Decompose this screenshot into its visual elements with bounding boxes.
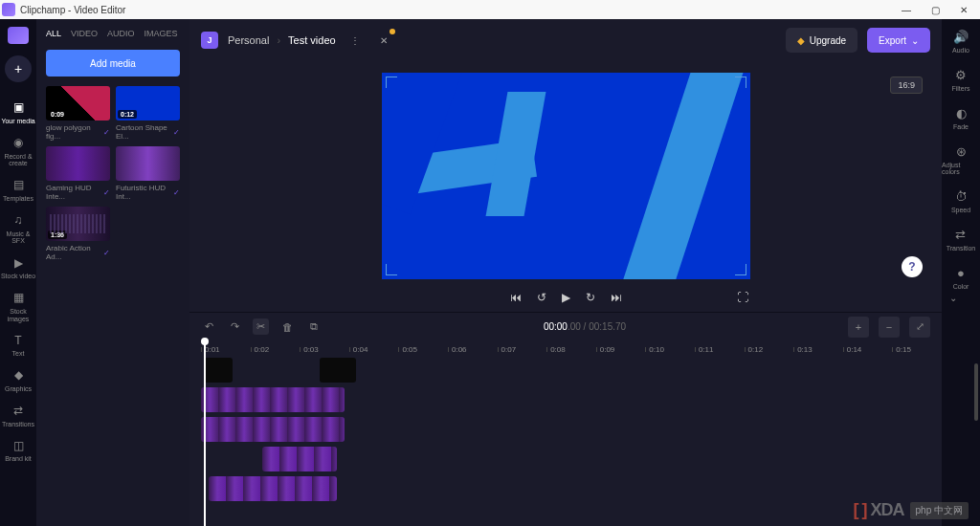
next-button[interactable]: ⏭ (611, 291, 622, 304)
ruler-tick: 0:04 (349, 340, 399, 358)
media-tabs: ALL VIDEO AUDIO IMAGES (36, 19, 189, 46)
nav-icon: ▶ (11, 256, 25, 270)
nav-stock-video[interactable]: ▶Stock video (0, 251, 36, 286)
more-button[interactable]: ⋮ (345, 31, 365, 50)
tab-audio[interactable]: AUDIO (107, 29, 135, 38)
rt-transition[interactable]: ⇄Transition (947, 227, 975, 252)
tab-images[interactable]: IMAGES (145, 29, 178, 38)
ruler-tick: 0:13 (793, 340, 843, 358)
video-canvas[interactable] (382, 73, 750, 279)
main-area: J Personal › Test video ⋮ ✕ ◆Upgrade Exp… (189, 19, 942, 526)
ruler-tick: 0:06 (448, 340, 498, 358)
minimize-button[interactable]: — (892, 2, 921, 17)
add-media-button[interactable]: Add media (46, 50, 180, 77)
rt-icon: ⏱ (953, 188, 969, 204)
ruler-tick: 0:11 (695, 340, 745, 358)
nav-icon: ◆ (11, 369, 25, 383)
nav-templates[interactable]: ▤Templates (0, 173, 36, 208)
delete-button[interactable]: 🗑 (278, 319, 297, 335)
ruler-tick: 0:01 (201, 340, 251, 358)
timeline-scrollbar[interactable] (974, 363, 978, 421)
zoom-out-button[interactable]: − (879, 317, 900, 338)
nav-record-create[interactable]: ◉Record & create (0, 131, 36, 173)
timeline-ruler[interactable]: 0:010:020:030:040:050:060:070:080:090:10… (189, 340, 942, 358)
tab-all[interactable]: ALL (46, 29, 61, 38)
ruler-tick: 0:07 (498, 340, 547, 358)
nav-stock-images[interactable]: ▦Stock images (0, 286, 36, 328)
collapse-icon[interactable]: ⌄ (949, 293, 963, 300)
media-item[interactable]: 0:12Cartoon Shape El...✓ (116, 86, 180, 141)
media-item[interactable]: 1:36Arabic Action Ad...✓ (46, 207, 110, 261)
upgrade-button[interactable]: ◆Upgrade (786, 28, 858, 53)
media-item[interactable]: Futuristic HUD Int...✓ (116, 146, 180, 201)
clip[interactable] (209, 476, 337, 501)
aspect-ratio-button[interactable]: 16:9 (890, 77, 923, 94)
clip[interactable] (201, 387, 345, 412)
nav-icon: ▦ (11, 292, 25, 305)
track-5 (201, 476, 942, 503)
fit-button[interactable]: ⤢ (909, 317, 930, 338)
zoom-in-button[interactable]: + (848, 317, 869, 338)
time-display: 00:00.00 / 00:15.70 (544, 321, 626, 332)
workspace-badge[interactable]: J (201, 32, 218, 49)
preview-area: 16:9 ? (189, 61, 942, 283)
rt-icon: ● (953, 265, 969, 280)
undo-button[interactable]: ↶ (201, 318, 217, 335)
media-item[interactable]: 0:09glow polygon fig...✓ (46, 86, 110, 141)
fullscreen-button[interactable]: ⛶ (737, 291, 748, 304)
project-name[interactable]: Test video (288, 34, 336, 46)
nav-icon: ◫ (11, 439, 25, 452)
forward-button[interactable]: ↻ (586, 291, 595, 304)
duplicate-button[interactable]: ⧉ (306, 318, 322, 335)
nav-graphics[interactable]: ◆Graphics (0, 363, 36, 399)
nav-icon: ▣ (11, 101, 25, 115)
cut-button[interactable]: ✂ (253, 318, 269, 335)
media-panel: ALL VIDEO AUDIO IMAGES Add media 0:09glo… (36, 19, 189, 526)
rt-fade[interactable]: ◐Fade (953, 105, 969, 130)
close-button[interactable]: ✕ (949, 2, 978, 17)
nav-brand-kit[interactable]: ◫Brand kit (0, 433, 36, 469)
track-1 (201, 358, 942, 384)
rt-speed[interactable]: ⏱Speed (951, 188, 970, 213)
clip[interactable] (201, 417, 345, 442)
add-button[interactable]: + (5, 55, 32, 82)
ruler-tick: 0:02 (251, 340, 301, 358)
prev-button[interactable]: ⏮ (510, 291, 522, 304)
media-item[interactable]: Gaming HUD Inte...✓ (46, 146, 110, 201)
timeline-toolbar: ↶ ↷ ✂ 🗑 ⧉ 00:00.00 / 00:15.70 + − ⤢ (189, 312, 942, 340)
chevron-down-icon: ⌄ (911, 35, 919, 46)
rt-icon: ◐ (953, 105, 969, 121)
nav-your-media[interactable]: ▣Your media (0, 96, 36, 131)
rt-filters[interactable]: ⚙Filters (951, 67, 969, 92)
nav-transitions[interactable]: ⇄Transitions (0, 399, 36, 434)
nav-music-sfx[interactable]: ♫Music & SFX (0, 208, 36, 251)
redo-button[interactable]: ↷ (227, 318, 243, 335)
ruler-tick: 0:08 (546, 340, 596, 358)
rt-icon: ⊛ (953, 143, 969, 159)
maximize-button[interactable]: ▢ (921, 2, 949, 17)
ruler-tick: 0:10 (645, 340, 695, 358)
diamond-icon: ◆ (797, 35, 805, 46)
left-nav: + ▣Your media◉Record & create▤Templates♫… (0, 19, 36, 526)
breadcrumb: Personal › Test video (228, 34, 336, 46)
rt-color[interactable]: ●Color (953, 265, 969, 290)
clip[interactable] (204, 358, 233, 383)
tab-video[interactable]: VIDEO (71, 29, 98, 38)
help-button[interactable]: ? (902, 256, 923, 277)
save-status-icon[interactable]: ✕ (374, 31, 393, 50)
rewind-button[interactable]: ↺ (537, 291, 546, 304)
export-button[interactable]: Export⌄ (867, 28, 930, 53)
clip[interactable] (320, 358, 356, 383)
rt-icon: 🔊 (953, 29, 969, 44)
clip[interactable] (262, 447, 337, 471)
nav-text[interactable]: TText (0, 328, 36, 363)
workspace-name[interactable]: Personal (228, 34, 269, 46)
rt-audio[interactable]: 🔊Audio (952, 29, 969, 54)
rt-adjust-colors[interactable]: ⊛Adjust colors (942, 143, 980, 175)
timeline[interactable] (189, 358, 942, 526)
ruler-tick: 0:05 (398, 340, 448, 358)
nav-icon: ▤ (11, 179, 25, 192)
play-button[interactable]: ▶ (562, 291, 570, 304)
chevron-right-icon: › (277, 34, 280, 46)
ruler-tick: 0:15 (892, 340, 942, 358)
